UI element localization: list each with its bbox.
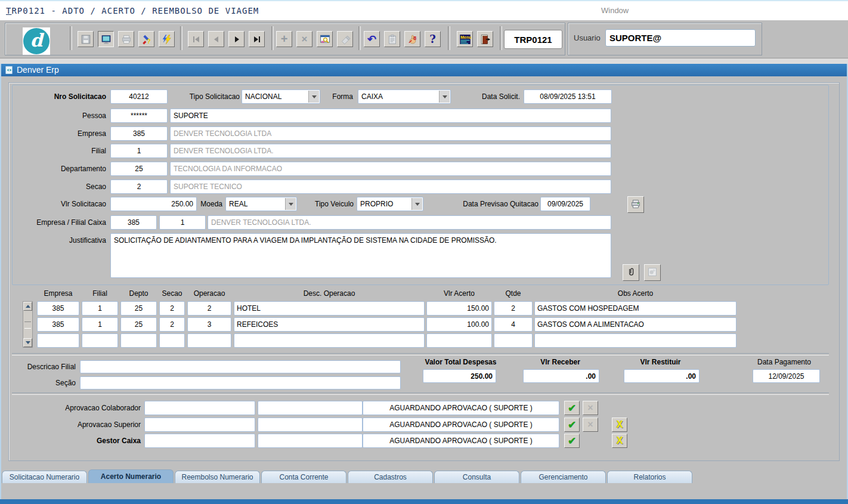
departamento-code-field[interactable]: 25: [110, 162, 168, 176]
help-button[interactable]: ?: [425, 31, 441, 47]
grid-cell[interactable]: HOTEL: [234, 301, 425, 316]
cancel-query-button[interactable]: 8: [404, 31, 420, 47]
tab-cadastros[interactable]: Cadastros: [348, 471, 433, 483]
tipo-veiculo-combo[interactable]: PROPRIO: [357, 197, 423, 211]
tab-solicitacao-numerario[interactable]: Solicitacao Numerario: [2, 471, 87, 483]
cancel-approval-button[interactable]: X: [612, 418, 627, 432]
scroll-down-button[interactable]: [23, 338, 32, 347]
screen-button[interactable]: [98, 31, 114, 47]
approve-button[interactable]: ✔: [564, 401, 580, 415]
grid-cell[interactable]: 2: [187, 301, 231, 316]
data-pagamento-field[interactable]: 12/09/2025: [753, 369, 820, 383]
scroll-up-button[interactable]: [23, 302, 32, 311]
grid-cell[interactable]: 385: [37, 317, 79, 332]
empresa-code-field[interactable]: 385: [110, 126, 168, 141]
nav-prev-button[interactable]: [208, 31, 224, 47]
grid-cell[interactable]: 3: [187, 317, 231, 332]
add-record-button[interactable]: +: [276, 31, 292, 47]
grid-cell[interactable]: 25: [120, 301, 157, 316]
menu-button[interactable]: Menu: [457, 31, 473, 47]
caixa-filial-field[interactable]: 1: [159, 215, 206, 230]
filial-code-field[interactable]: 1: [110, 144, 168, 158]
execute-button[interactable]: [159, 31, 175, 47]
chevron-down-icon[interactable]: [308, 91, 319, 103]
pessoa-desc-field[interactable]: SUPORTE: [170, 109, 611, 123]
chevron-down-icon[interactable]: [439, 91, 450, 103]
data-previsao-field[interactable]: 09/09/2025: [540, 197, 590, 211]
tipo-solicitacao-combo[interactable]: NACIONAL: [242, 89, 320, 104]
help-search-button[interactable]: ?: [138, 31, 154, 47]
grid-cell[interactable]: GASTOS COM HOSPEDAGEM: [534, 301, 736, 316]
nav-last-button[interactable]: [249, 31, 265, 47]
grid-cell[interactable]: 1: [82, 301, 118, 316]
tab-gerenciamento[interactable]: Gerenciamento: [521, 471, 606, 483]
nro-solicitacao-field[interactable]: 40212: [110, 89, 168, 104]
save-button[interactable]: [78, 31, 94, 47]
menu-item-window[interactable]: Window: [601, 6, 629, 15]
approve-button[interactable]: ✔: [564, 418, 580, 432]
scrollbar-grip[interactable]: [24, 321, 31, 329]
moeda-combo[interactable]: REAL: [225, 197, 297, 211]
grid-cell[interactable]: [159, 333, 185, 348]
aprovacao-superior-name-field[interactable]: [258, 418, 363, 432]
grid-cell[interactable]: 25: [120, 317, 157, 332]
nav-next-button[interactable]: [228, 31, 245, 47]
image-button[interactable]: [644, 264, 661, 281]
grid-cell[interactable]: 2: [159, 317, 185, 332]
clear-button[interactable]: [337, 31, 353, 47]
grid-cell[interactable]: [187, 333, 231, 348]
secao-code-field[interactable]: 2: [110, 180, 168, 194]
grid-cell[interactable]: REFEICOES: [234, 317, 425, 332]
nav-first-button[interactable]: [188, 31, 204, 47]
query-button[interactable]: [317, 31, 333, 47]
grid-cell[interactable]: [120, 333, 157, 348]
exit-button[interactable]: [477, 31, 493, 47]
grid-cell[interactable]: 1: [82, 317, 118, 332]
toolbar: d ? +: [0, 20, 848, 58]
cancel-approval-button[interactable]: X: [612, 434, 627, 448]
data-solicit-field[interactable]: 08/09/2025 13:51: [524, 89, 612, 104]
print-request-button[interactable]: [627, 196, 644, 213]
aprovacao-superior-date-field[interactable]: [144, 418, 255, 432]
print-button[interactable]: [118, 31, 134, 47]
grid-scrollbar[interactable]: [23, 301, 33, 348]
grid-cell[interactable]: 385: [37, 301, 79, 316]
grid-cell[interactable]: 150.00: [426, 301, 492, 316]
justificativa-textarea[interactable]: SOLICITAÇÃO DE ADIANTAMENTO PARA A VIAGE…: [110, 233, 611, 278]
grid-cell[interactable]: [234, 333, 425, 348]
user-field[interactable]: SUPORTE@: [605, 29, 756, 47]
caixa-empresa-field[interactable]: 385: [110, 215, 157, 230]
tab-conta-corrente[interactable]: Conta Corrente: [261, 471, 346, 483]
tab-consulta[interactable]: Consulta: [434, 471, 519, 483]
forma-combo[interactable]: CAIXA: [358, 89, 451, 104]
grid-cell[interactable]: 2: [494, 301, 533, 316]
secao-footer-field[interactable]: [80, 376, 401, 389]
gestor-caixa-name-field[interactable]: [258, 434, 363, 448]
toolbar-separator: [358, 26, 361, 50]
tab-relatorios[interactable]: Relatorios: [607, 471, 692, 483]
pessoa-code-field[interactable]: ******: [110, 109, 168, 123]
tab-reembolso-numerario[interactable]: Reembolso Numerario: [175, 471, 260, 483]
grid-cell[interactable]: [534, 333, 736, 348]
gestor-caixa-date-field[interactable]: [144, 434, 255, 448]
grid-cell[interactable]: [494, 333, 533, 348]
approve-button[interactable]: ✔: [564, 434, 580, 448]
vlr-solicitacao-field[interactable]: 250.00: [110, 197, 197, 211]
grid-cell[interactable]: 100.00: [426, 317, 492, 332]
grid-cell[interactable]: [426, 333, 492, 348]
grid-cell[interactable]: 2: [159, 301, 185, 316]
grid-cell[interactable]: [37, 333, 79, 348]
undo-button[interactable]: ↶: [364, 31, 380, 47]
grid-cell[interactable]: GASTOS COM A ALIMENTACAO: [534, 317, 736, 332]
grid-cell[interactable]: 4: [494, 317, 533, 332]
descricao-filial-field[interactable]: [80, 360, 401, 373]
aprovacao-colaborador-date-field[interactable]: [144, 401, 255, 415]
chevron-down-icon[interactable]: [285, 198, 296, 210]
chevron-down-icon[interactable]: [411, 198, 422, 210]
grid-cell[interactable]: [82, 333, 118, 348]
tab-acerto-numerario[interactable]: Acerto Numerario: [88, 469, 174, 483]
clipboard-button[interactable]: [384, 31, 400, 47]
aprovacao-colaborador-name-field[interactable]: [258, 401, 363, 415]
attachment-button[interactable]: [623, 264, 639, 281]
delete-record-button[interactable]: ×: [296, 31, 312, 47]
